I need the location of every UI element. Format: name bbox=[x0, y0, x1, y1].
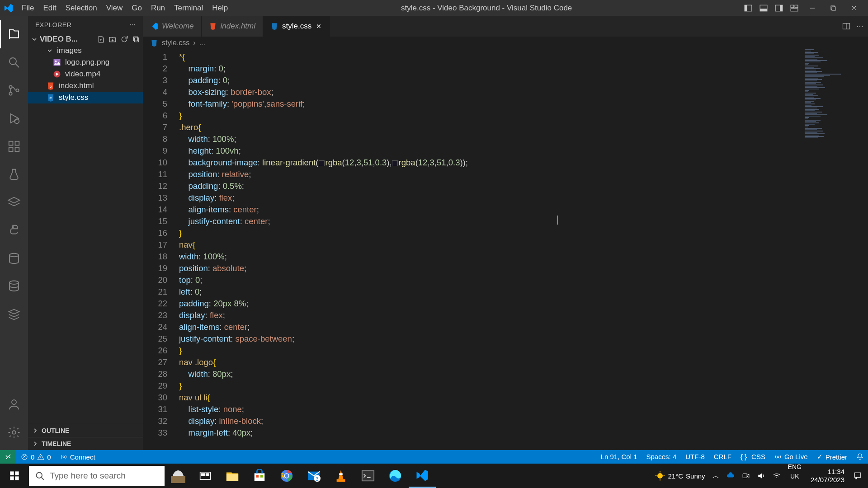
editor-region: Welcome index.html style.css ✕ ⋯ style.c… bbox=[143, 16, 868, 450]
activity-references-icon[interactable] bbox=[0, 188, 28, 216]
toggle-panel-bottom-icon[interactable] bbox=[757, 3, 770, 14]
project-root[interactable]: VIDEO B... bbox=[28, 34, 143, 45]
tab-index[interactable]: index.html bbox=[202, 16, 263, 37]
file-label: video.mp4 bbox=[65, 70, 100, 79]
encoding-indicator[interactable]: UTF-8 bbox=[681, 453, 709, 460]
menu-edit[interactable]: Edit bbox=[38, 4, 61, 13]
wifi-icon[interactable] bbox=[769, 464, 784, 488]
activity-account-icon[interactable] bbox=[0, 390, 28, 418]
menu-view[interactable]: View bbox=[102, 4, 127, 13]
outline-section[interactable]: OUTLINE bbox=[28, 424, 143, 437]
file-style[interactable]: # style.css bbox=[28, 92, 143, 103]
start-button[interactable] bbox=[0, 464, 29, 488]
activity-python-icon[interactable] bbox=[0, 216, 28, 244]
terminal-icon[interactable] bbox=[354, 464, 382, 488]
customize-layout-icon[interactable] bbox=[788, 3, 801, 14]
problems-indicator[interactable]: 0 0 bbox=[16, 450, 56, 464]
svg-rect-61 bbox=[226, 474, 238, 481]
vlc-icon[interactable] bbox=[327, 464, 354, 488]
menu-selection[interactable]: Selection bbox=[61, 4, 102, 13]
onedrive-icon[interactable] bbox=[723, 464, 738, 488]
svg-rect-8 bbox=[791, 9, 798, 11]
activity-search-icon[interactable] bbox=[0, 48, 28, 76]
file-explorer-icon[interactable] bbox=[219, 464, 246, 488]
tab-style[interactable]: style.css ✕ bbox=[263, 16, 330, 37]
notifications-icon[interactable] bbox=[852, 453, 868, 460]
sidebar-header: EXPLORER ⋯ bbox=[28, 16, 143, 34]
cortana-icon[interactable] bbox=[165, 464, 192, 488]
language-indicator[interactable]: { }CSS bbox=[736, 453, 770, 460]
file-index[interactable]: 5 index.html bbox=[28, 80, 143, 92]
project-name: VIDEO B... bbox=[40, 35, 78, 44]
language-indicator[interactable]: ENGUK bbox=[784, 464, 805, 488]
toggle-panel-left-icon[interactable] bbox=[741, 3, 755, 14]
chrome-icon[interactable] bbox=[273, 464, 300, 488]
svg-point-17 bbox=[9, 92, 12, 95]
vscode-taskbar-icon[interactable] bbox=[409, 464, 436, 488]
activity-settings-icon[interactable] bbox=[0, 418, 28, 446]
errors-count: 0 bbox=[31, 453, 34, 461]
svg-text:3: 3 bbox=[316, 476, 318, 482]
split-editor-icon[interactable] bbox=[842, 22, 851, 31]
tab-welcome[interactable]: Welcome bbox=[143, 16, 202, 37]
code-editor[interactable]: 1234567891011121314151617181920212223242… bbox=[143, 49, 868, 450]
timeline-section[interactable]: TIMELINE bbox=[28, 437, 143, 450]
activity-sql-icon[interactable] bbox=[0, 272, 28, 300]
menu-help[interactable]: Help bbox=[208, 4, 232, 13]
toggle-panel-right-icon[interactable] bbox=[772, 3, 786, 14]
edge-icon[interactable] bbox=[382, 464, 409, 488]
refresh-icon[interactable] bbox=[120, 35, 128, 43]
file-label: index.html bbox=[59, 81, 94, 90]
mail-icon[interactable]: 3 bbox=[300, 464, 327, 488]
breadcrumb[interactable]: style.css › ... bbox=[143, 37, 868, 49]
eol-indicator[interactable]: CRLF bbox=[709, 453, 736, 460]
activity-debug-icon[interactable] bbox=[0, 104, 28, 132]
menu-go[interactable]: Go bbox=[127, 4, 146, 13]
svg-rect-81 bbox=[854, 473, 861, 477]
prettier-button[interactable]: ✓Prettier bbox=[812, 453, 852, 461]
minimap[interactable] bbox=[805, 49, 859, 153]
activity-database-icon[interactable] bbox=[0, 244, 28, 272]
svg-rect-60 bbox=[206, 474, 209, 476]
search-placeholder: Type here to search bbox=[50, 471, 126, 481]
svg-rect-54 bbox=[15, 476, 19, 480]
collapse-all-icon[interactable] bbox=[132, 35, 140, 43]
task-view-icon[interactable] bbox=[192, 464, 219, 488]
cursor-position[interactable]: Ln 91, Col 1 bbox=[596, 453, 642, 460]
menu-terminal[interactable]: Terminal bbox=[170, 4, 208, 13]
meet-now-icon[interactable] bbox=[738, 464, 754, 488]
taskbar-search[interactable]: Type here to search bbox=[29, 466, 165, 486]
svg-rect-11 bbox=[832, 7, 835, 10]
minimize-button[interactable] bbox=[802, 0, 823, 16]
tray-expand-icon[interactable]: ︿ bbox=[709, 464, 723, 488]
new-folder-icon[interactable] bbox=[108, 35, 117, 43]
folder-images[interactable]: images bbox=[28, 45, 143, 56]
maximize-button[interactable] bbox=[823, 0, 844, 16]
file-label: style.css bbox=[59, 93, 88, 102]
file-video[interactable]: video.mp4 bbox=[28, 68, 143, 80]
action-center-icon[interactable] bbox=[850, 464, 865, 488]
new-file-icon[interactable] bbox=[97, 35, 105, 43]
indent-indicator[interactable]: Spaces: 4 bbox=[642, 453, 681, 460]
golive-button[interactable]: Go Live bbox=[770, 453, 812, 460]
window-title: style.css - Video Background - Visual St… bbox=[232, 4, 741, 13]
activity-extensions-icon[interactable] bbox=[0, 132, 28, 160]
remote-indicator[interactable] bbox=[0, 450, 16, 464]
activity-stack-icon[interactable] bbox=[0, 300, 28, 328]
file-logo[interactable]: logo.png.png bbox=[28, 56, 143, 68]
activity-explorer-icon[interactable] bbox=[0, 20, 28, 48]
weather-widget[interactable]: 21°C Sunny bbox=[651, 464, 709, 488]
explorer-more-icon[interactable]: ⋯ bbox=[129, 21, 136, 28]
close-button[interactable] bbox=[844, 0, 864, 16]
menu-run[interactable]: Run bbox=[146, 4, 170, 13]
volume-icon[interactable] bbox=[754, 464, 769, 488]
store-icon[interactable] bbox=[246, 464, 273, 488]
activity-scm-icon[interactable] bbox=[0, 76, 28, 104]
menu-file[interactable]: File bbox=[17, 4, 38, 13]
connect-button[interactable]: Connect bbox=[56, 450, 100, 464]
clock[interactable]: 11:34 24/07/2023 bbox=[805, 468, 850, 484]
tab-close-icon[interactable]: ✕ bbox=[315, 23, 322, 30]
activity-testing-icon[interactable] bbox=[0, 160, 28, 188]
breadcrumb-file: style.css bbox=[162, 39, 189, 47]
more-actions-icon[interactable]: ⋯ bbox=[856, 22, 863, 31]
